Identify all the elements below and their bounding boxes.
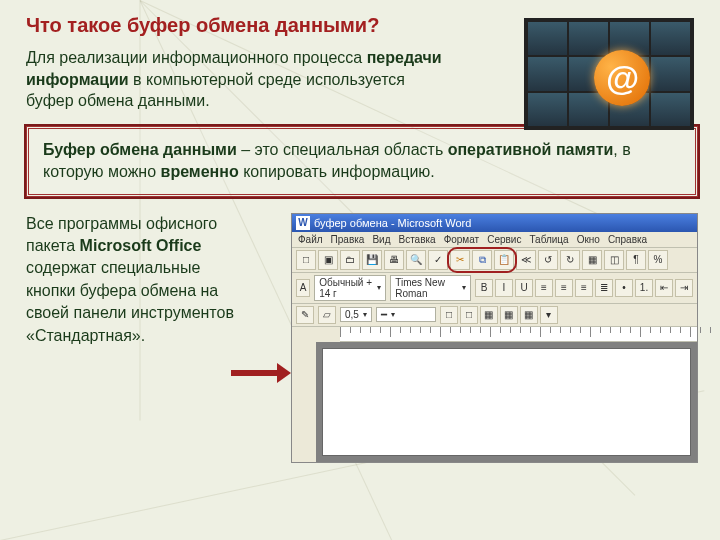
menu-item[interactable]: Формат <box>444 234 480 245</box>
word-toolbar-format: A Обычный + 14 г Times New Roman BIU≡≡≡≣… <box>292 273 697 304</box>
border-style-select[interactable]: ━ <box>376 307 436 322</box>
arrow-icon <box>231 370 281 376</box>
format-button[interactable]: ≡ <box>575 279 593 297</box>
toolbar-button[interactable]: % <box>648 250 668 270</box>
format-button[interactable]: ⇥ <box>675 279 693 297</box>
toolbar-button[interactable]: ▣ <box>318 250 338 270</box>
table-tool-button[interactable]: ▾ <box>540 306 558 324</box>
definition-box: Буфер обмена данными – это специальная о… <box>26 126 698 197</box>
menu-item[interactable]: Сервис <box>487 234 521 245</box>
toolbar-button[interactable]: ↻ <box>560 250 580 270</box>
menu-item[interactable]: Таблица <box>529 234 568 245</box>
format-button[interactable]: ≡ <box>535 279 553 297</box>
draw-table-icon[interactable]: ✎ <box>296 306 314 324</box>
document-area <box>292 342 697 462</box>
clipboard-buttons-highlight: ✂⧉📋 <box>450 250 514 270</box>
bold-phrase: Буфер обмена данными <box>43 141 237 158</box>
menu-item[interactable]: Вставка <box>398 234 435 245</box>
style-select[interactable]: Обычный + 14 г <box>314 275 386 301</box>
menu-item[interactable]: Правка <box>331 234 365 245</box>
bold-phrase: Microsoft Office <box>80 237 202 254</box>
style-dropdown-icon[interactable]: A <box>296 279 310 297</box>
table-tool-button[interactable]: ▦ <box>500 306 518 324</box>
table-tool-button[interactable]: □ <box>440 306 458 324</box>
intro-paragraph: Для реализации информационного процесса … <box>26 47 446 112</box>
menu-item[interactable]: Окно <box>577 234 600 245</box>
format-button[interactable]: I <box>495 279 513 297</box>
vertical-ruler-spacer <box>292 327 316 342</box>
text: содержат специальные кнопки буфера обмен… <box>26 259 234 343</box>
word-titlebar-text: буфер обмена - Microsoft Word <box>314 217 471 229</box>
cut-icon[interactable]: ✂ <box>450 250 470 270</box>
toolbar-button[interactable]: ↺ <box>538 250 558 270</box>
toolbar-button[interactable]: 💾 <box>362 250 382 270</box>
table-tool-button[interactable]: □ <box>460 306 478 324</box>
menu-item[interactable]: Файл <box>298 234 323 245</box>
vertical-ruler <box>292 342 316 462</box>
format-button[interactable]: B <box>475 279 493 297</box>
word-app-icon: W <box>296 216 310 230</box>
word-titlebar: W буфер обмена - Microsoft Word <box>292 214 697 232</box>
bold-phrase: оперативной памяти <box>448 141 614 158</box>
page <box>322 348 691 456</box>
toolbar-button[interactable]: 🔍 <box>406 250 426 270</box>
format-button[interactable]: ≡ <box>555 279 573 297</box>
copy-icon[interactable]: ⧉ <box>472 250 492 270</box>
bold-phrase: временно <box>161 163 239 180</box>
toolbar-button[interactable]: ¶ <box>626 250 646 270</box>
menu-item[interactable]: Вид <box>372 234 390 245</box>
format-button[interactable]: ≣ <box>595 279 613 297</box>
word-toolbar-standard: □▣🗀💾🖶🔍✓✂⧉📋≪↺↻▦◫¶% <box>292 248 697 273</box>
text: копировать информацию. <box>239 163 435 180</box>
format-button[interactable]: 1. <box>635 279 653 297</box>
word-window: W буфер обмена - Microsoft Word ФайлПрав… <box>291 213 698 463</box>
horizontal-ruler <box>340 327 697 342</box>
format-button[interactable]: U <box>515 279 533 297</box>
table-tool-button[interactable]: ▦ <box>480 306 498 324</box>
toolbar-button[interactable]: ✓ <box>428 250 448 270</box>
format-button[interactable]: • <box>615 279 633 297</box>
table-tool-button[interactable]: ▦ <box>520 306 538 324</box>
word-menubar: ФайлПравкаВидВставкаФорматСервисТаблицаО… <box>292 232 697 248</box>
word-toolbar-table: ✎ ▱ 0,5 ━ □□▦▦▦▾ <box>292 304 697 327</box>
toolbar-button[interactable]: □ <box>296 250 316 270</box>
toolbar-button[interactable]: ◫ <box>604 250 624 270</box>
office-paragraph: Все программы офисного пакета Microsoft … <box>26 213 241 463</box>
font-select[interactable]: Times New Roman <box>390 275 471 301</box>
toolbar-button[interactable]: 🗀 <box>340 250 360 270</box>
format-button[interactable]: ⇤ <box>655 279 673 297</box>
border-size-select[interactable]: 0,5 <box>340 307 372 322</box>
at-sign-icon: @ <box>594 50 650 106</box>
eraser-icon[interactable]: ▱ <box>318 306 336 324</box>
toolbar-button[interactable]: ▦ <box>582 250 602 270</box>
text: Для реализации информационного процесса <box>26 49 367 66</box>
toolbar-button[interactable]: 🖶 <box>384 250 404 270</box>
text: – это специальная область <box>237 141 448 158</box>
menu-item[interactable]: Справка <box>608 234 647 245</box>
paste-icon[interactable]: 📋 <box>494 250 514 270</box>
toolbar-button[interactable]: ≪ <box>516 250 536 270</box>
